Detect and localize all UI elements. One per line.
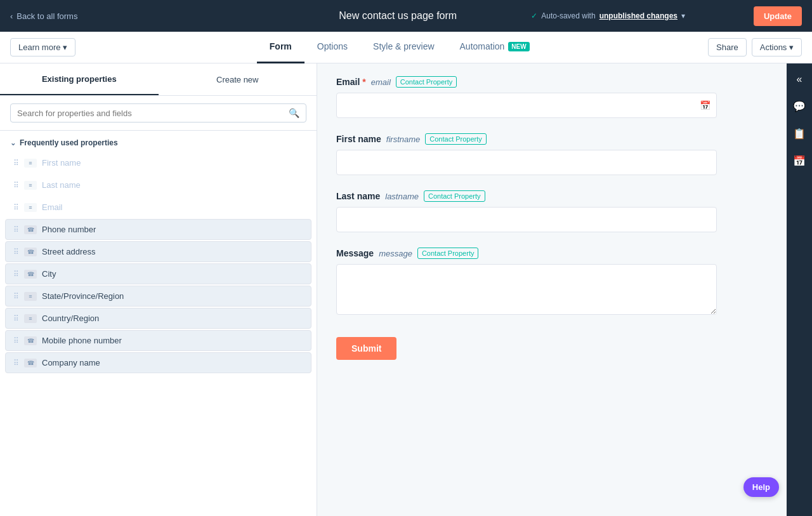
tab-form[interactable]: Form bbox=[257, 32, 304, 63]
tab-automation-label: Automation bbox=[460, 41, 505, 51]
phone-field-icon bbox=[24, 248, 37, 256]
panel-tab-create-label: Create new bbox=[216, 75, 258, 84]
unpublished-link[interactable]: unpublished changes bbox=[599, 11, 678, 20]
panel-tab-existing[interactable]: Existing properties bbox=[0, 63, 159, 95]
property-label: First name bbox=[42, 158, 81, 168]
list-item[interactable]: ⠿ Street address bbox=[5, 241, 311, 262]
tab-automation[interactable]: Automation NEW bbox=[447, 32, 542, 63]
first-name-input-wrap bbox=[336, 150, 717, 175]
email-contact-property-badge: Contact Property bbox=[396, 76, 457, 88]
properties-container: ⌄ Frequently used properties ⠿ First nam… bbox=[0, 131, 317, 516]
search-bar: 🔍 bbox=[0, 96, 317, 131]
property-label: City bbox=[42, 269, 56, 279]
email-label-row: Email * email Contact Property bbox=[336, 76, 768, 88]
actions-button[interactable]: Actions ▾ bbox=[752, 38, 802, 56]
last-name-field-label: Last name bbox=[336, 191, 380, 201]
list-item[interactable]: ⠿ State/Province/Region bbox=[5, 286, 311, 307]
autosave-status: ✓ Auto-saved with unpublished changes ▾ bbox=[531, 11, 685, 20]
text-field-icon bbox=[24, 292, 37, 301]
learn-more-chevron-icon: ▾ bbox=[63, 43, 67, 52]
property-label: Country/Region bbox=[42, 314, 99, 323]
list-item: ⠿ First name bbox=[5, 152, 311, 173]
list-item[interactable]: ⠿ City bbox=[5, 263, 311, 284]
left-panel: Existing properties Create new 🔍 ⌄ Frequ… bbox=[0, 63, 317, 516]
check-icon: ✓ bbox=[531, 11, 537, 20]
first-name-contact-property-badge: Contact Property bbox=[425, 133, 487, 145]
drag-handle-icon[interactable]: ⠿ bbox=[13, 225, 19, 234]
drag-handle-icon[interactable]: ⠿ bbox=[13, 248, 19, 256]
drag-handle-icon[interactable]: ⠿ bbox=[13, 292, 19, 301]
list-item[interactable]: ⠿ Mobile phone number bbox=[5, 330, 311, 351]
phone-field-icon bbox=[24, 359, 37, 367]
last-name-contact-property-badge: Contact Property bbox=[424, 190, 485, 202]
submit-button[interactable]: Submit bbox=[336, 337, 396, 360]
list-item: ⠿ Last name bbox=[5, 175, 311, 195]
learn-more-label: Learn more bbox=[18, 43, 60, 52]
drag-handle-icon[interactable]: ⠿ bbox=[13, 314, 19, 323]
tab-options-label: Options bbox=[317, 41, 348, 51]
property-label: State/Province/Region bbox=[42, 291, 124, 301]
inbox-icon[interactable]: 📋 bbox=[790, 125, 808, 142]
last-name-sublabel: lastname bbox=[385, 192, 419, 201]
section-title: Frequently used properties bbox=[20, 138, 118, 147]
phone-field-icon bbox=[24, 270, 37, 279]
text-field-icon bbox=[24, 181, 37, 190]
learn-more-button[interactable]: Learn more ▾ bbox=[10, 38, 75, 56]
property-label: Phone number bbox=[42, 225, 96, 234]
last-name-input[interactable] bbox=[336, 207, 717, 232]
drag-handle-icon[interactable]: ⠿ bbox=[13, 359, 19, 367]
property-label: Street address bbox=[42, 247, 96, 256]
chat-icon[interactable]: 💬 bbox=[790, 98, 808, 115]
tab-options[interactable]: Options bbox=[304, 32, 360, 63]
drag-handle-icon: ⠿ bbox=[13, 159, 19, 168]
autosave-text: Auto-saved with bbox=[541, 11, 595, 20]
help-button[interactable]: Help bbox=[743, 477, 779, 497]
text-field-icon bbox=[24, 203, 37, 212]
text-field-icon bbox=[24, 159, 37, 168]
right-panel: « 💬 📋 📅 bbox=[787, 63, 812, 516]
message-textarea[interactable] bbox=[336, 264, 717, 315]
panel-tab-create[interactable]: Create new bbox=[159, 63, 317, 95]
calendar-right-icon[interactable]: 📅 bbox=[790, 152, 808, 169]
tab-style-preview[interactable]: Style & preview bbox=[360, 32, 447, 63]
drag-handle-icon[interactable]: ⠿ bbox=[13, 336, 19, 345]
calendar-icon: 📅 bbox=[700, 100, 710, 110]
list-item[interactable]: ⠿ Phone number bbox=[5, 219, 311, 240]
nav-tabs: Form Options Style & preview Automation … bbox=[91, 32, 708, 63]
dropdown-arrow-icon[interactable]: ▾ bbox=[681, 11, 685, 20]
drag-handle-icon: ⠿ bbox=[13, 181, 19, 190]
property-label: Email bbox=[42, 202, 63, 212]
message-field-group: Message message Contact Property bbox=[336, 248, 768, 317]
phone-field-icon bbox=[24, 225, 37, 234]
section-collapse-icon[interactable]: ⌄ bbox=[10, 139, 16, 147]
top-bar: ‹ Back to all forms New contact us page … bbox=[0, 0, 812, 32]
collapse-panel-icon[interactable]: « bbox=[794, 71, 805, 88]
drag-handle-icon[interactable]: ⠿ bbox=[13, 270, 19, 279]
tab-style-preview-label: Style & preview bbox=[373, 41, 434, 51]
panel-tab-existing-label: Existing properties bbox=[42, 74, 117, 84]
first-name-input[interactable] bbox=[336, 150, 717, 175]
list-item: ⠿ Email bbox=[5, 197, 311, 218]
list-item[interactable]: ⠿ Company name bbox=[5, 352, 311, 373]
property-label: Mobile phone number bbox=[42, 336, 122, 345]
email-field-label: Email * bbox=[336, 77, 366, 87]
last-name-input-wrap bbox=[336, 207, 717, 232]
search-input-wrap: 🔍 bbox=[10, 103, 306, 122]
first-name-field-group: First name firstname Contact Property bbox=[336, 133, 768, 175]
message-label-row: Message message Contact Property bbox=[336, 248, 768, 259]
panel-tabs: Existing properties Create new bbox=[0, 63, 317, 96]
first-name-field-label: First name bbox=[336, 134, 381, 144]
first-name-label-row: First name firstname Contact Property bbox=[336, 133, 768, 145]
email-field-group: Email * email Contact Property 📅 bbox=[336, 76, 768, 118]
search-icon[interactable]: 🔍 bbox=[289, 108, 299, 118]
update-button[interactable]: Update bbox=[754, 6, 802, 26]
nav-right-actions: Share Actions ▾ bbox=[708, 38, 802, 56]
search-input[interactable] bbox=[17, 109, 284, 118]
properties-section-header: ⌄ Frequently used properties bbox=[0, 131, 317, 151]
list-item[interactable]: ⠿ Country/Region bbox=[5, 308, 311, 329]
share-button[interactable]: Share bbox=[708, 38, 747, 56]
email-input[interactable] bbox=[336, 93, 717, 118]
new-badge: NEW bbox=[508, 42, 529, 51]
message-contact-property-badge: Contact Property bbox=[417, 248, 479, 259]
property-label: Company name bbox=[42, 358, 100, 367]
